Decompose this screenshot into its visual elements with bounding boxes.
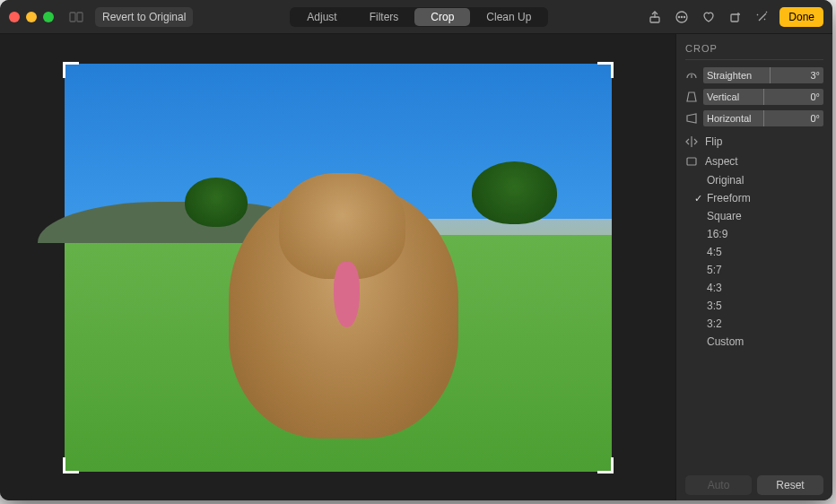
aspect-icon (685, 155, 698, 168)
crop-handle-top-right[interactable] (597, 62, 614, 78)
flip-row[interactable]: Flip (685, 132, 823, 152)
minimize-window-button[interactable] (26, 12, 37, 22)
crop-handle-bottom-left[interactable] (63, 457, 79, 474)
svg-rect-8 (687, 158, 696, 165)
svg-rect-1 (77, 13, 83, 22)
aspect-3-2[interactable]: 3:2 (707, 315, 823, 333)
aspect-square[interactable]: Square (707, 207, 823, 225)
aspect-freeform[interactable]: ✓Freeform (707, 189, 823, 207)
rotate-icon[interactable] (726, 7, 745, 27)
flip-icon (685, 135, 698, 148)
done-button[interactable]: Done (779, 7, 823, 27)
straighten-value: 3° (810, 70, 820, 81)
straighten-dial-icon (685, 69, 698, 82)
photo-dog-tongue (334, 262, 359, 327)
app-window: Revert to Original Adjust Filters Crop C… (0, 0, 832, 500)
tab-cleanup[interactable]: Clean Up (470, 8, 547, 26)
photo-subject-dog (229, 186, 458, 439)
tab-adjust[interactable]: Adjust (291, 8, 353, 26)
svg-point-5 (682, 16, 683, 17)
horizontal-perspective-icon (685, 112, 698, 125)
flip-label: Flip (705, 135, 722, 148)
photo-tree-left (185, 178, 248, 227)
tab-filters[interactable]: Filters (353, 8, 415, 26)
aspect-list: Original ✓Freeform Square 16:9 4:5 5:7 4… (685, 171, 823, 351)
enhance-icon[interactable] (753, 7, 772, 27)
aspect-custom[interactable]: Custom (707, 333, 823, 351)
horizontal-label: Horizontal (707, 113, 752, 124)
window-controls (9, 12, 54, 22)
horizontal-value: 0° (810, 113, 820, 124)
aspect-5-7[interactable]: 5:7 (707, 261, 823, 279)
aspect-row: Aspect (685, 152, 823, 171)
svg-rect-0 (70, 13, 75, 22)
aspect-4-3[interactable]: 4:3 (707, 279, 823, 297)
crop-panel: CROP Straighten 3° (675, 34, 832, 500)
straighten-label: Straighten (707, 70, 752, 81)
image-canvas[interactable] (0, 34, 675, 500)
favorite-icon[interactable] (699, 7, 718, 27)
check-icon: ✓ (694, 193, 702, 204)
edit-mode-tabs: Adjust Filters Crop Clean Up (290, 7, 548, 27)
vertical-slider[interactable]: Vertical 0° (685, 89, 823, 105)
panel-footer: Auto Reset (685, 468, 823, 495)
zoom-window-button[interactable] (43, 12, 54, 22)
straighten-track[interactable]: Straighten 3° (703, 67, 823, 83)
horizontal-slider[interactable]: Horizontal 0° (685, 110, 823, 126)
vertical-label: Vertical (707, 91, 739, 102)
main-body: CROP Straighten 3° (0, 34, 832, 500)
crop-handle-top-left[interactable] (63, 62, 79, 78)
toolbar: Revert to Original Adjust Filters Crop C… (0, 0, 832, 34)
aspect-original[interactable]: Original (707, 171, 823, 189)
svg-point-4 (679, 16, 680, 17)
horizontal-track[interactable]: Horizontal 0° (703, 110, 823, 126)
photo-tree-right (472, 161, 557, 224)
aspect-4-5[interactable]: 4:5 (707, 243, 823, 261)
vertical-perspective-icon (685, 91, 698, 103)
vertical-track[interactable]: Vertical 0° (703, 89, 823, 105)
straighten-slider[interactable]: Straighten 3° (685, 67, 823, 83)
aspect-3-5[interactable]: 3:5 (707, 297, 823, 315)
panel-title: CROP (685, 43, 823, 60)
tab-crop[interactable]: Crop (414, 8, 470, 26)
close-window-button[interactable] (9, 12, 20, 22)
photo-preview[interactable] (65, 64, 612, 472)
aspect-16-9[interactable]: 16:9 (707, 225, 823, 243)
reset-button[interactable]: Reset (757, 475, 823, 495)
svg-point-6 (684, 16, 685, 17)
share-icon[interactable] (645, 7, 665, 27)
crop-handle-bottom-right[interactable] (597, 457, 614, 474)
aspect-label: Aspect (705, 155, 738, 168)
auto-button[interactable]: Auto (685, 475, 752, 495)
toolbar-right: Done (645, 7, 823, 27)
more-icon[interactable] (672, 7, 692, 27)
revert-to-original-button[interactable]: Revert to Original (95, 7, 193, 27)
vertical-value: 0° (810, 91, 820, 102)
sidebar-toggle-icon[interactable] (66, 7, 86, 27)
svg-rect-7 (731, 14, 738, 22)
